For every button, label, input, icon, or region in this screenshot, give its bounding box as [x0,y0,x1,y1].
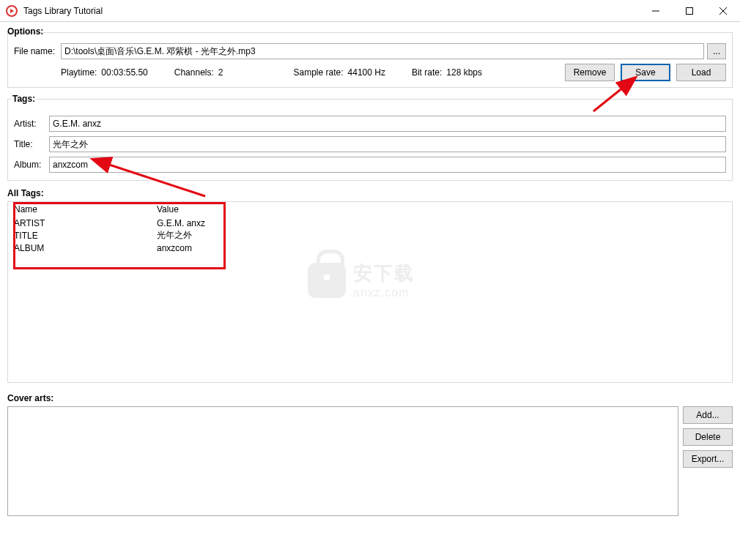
file-name-input[interactable] [61,43,704,59]
titlebar: Tags Library Tutorial [0,0,740,22]
cover-export-button[interactable]: Export... [683,450,733,468]
tag-value-cell: anxzcom [154,242,231,254]
table-row[interactable]: TITLE 光年之外 [11,229,231,242]
alltags-section-label: All Tags: [7,188,733,198]
bitrate-value: 128 kbps [446,67,482,78]
title-input[interactable] [49,136,726,152]
artist-input[interactable] [49,116,726,132]
load-button[interactable]: Load [676,64,726,81]
alltags-header-value[interactable]: Value [154,202,231,217]
cover-delete-button[interactable]: Delete [683,428,733,446]
album-input[interactable] [49,157,726,173]
samplerate-value: 44100 Hz [348,67,385,78]
tags-section-label: Tags: [11,94,37,104]
playtime-label: Playtime: [61,67,97,78]
samplerate-label: Sample rate: [294,67,344,78]
tag-name-cell: ALBUM [11,242,154,254]
browse-button[interactable]: ... [707,43,726,59]
save-button[interactable]: Save [621,64,670,81]
close-button[interactable] [706,0,740,22]
table-row[interactable]: ALBUM anxzcom [11,242,231,254]
cover-art-box[interactable] [7,406,678,516]
all-tags-list[interactable]: Name Value ARTIST G.E.M. anxz TITLE 光年之外… [7,201,733,383]
title-label: Title: [14,139,49,149]
cover-section-label: Cover arts: [7,393,733,403]
channels-label: Channels: [174,67,214,78]
tag-name-cell: ARTIST [11,217,154,229]
remove-button[interactable]: Remove [565,64,615,81]
file-name-label: File name: [14,46,61,56]
minimize-button[interactable] [639,0,673,22]
playtime-value: 00:03:55.50 [101,67,147,78]
window-title: Tags Library Tutorial [23,6,103,16]
app-icon [6,5,18,17]
tag-value-cell: 光年之外 [154,229,231,242]
tag-name-cell: TITLE [11,229,154,242]
table-row[interactable]: ARTIST G.E.M. anxz [11,217,231,229]
options-section-label: Options: [7,26,733,37]
svg-rect-1 [687,7,693,14]
bitrate-label: Bit rate: [412,67,442,78]
maximize-button[interactable] [673,0,706,22]
tag-value-cell: G.E.M. anxz [154,217,231,229]
cover-add-button[interactable]: Add... [683,406,733,424]
album-label: Album: [14,160,49,170]
artist-label: Artist: [14,119,49,129]
alltags-header-name[interactable]: Name [11,202,154,217]
channels-value: 2 [218,67,223,78]
